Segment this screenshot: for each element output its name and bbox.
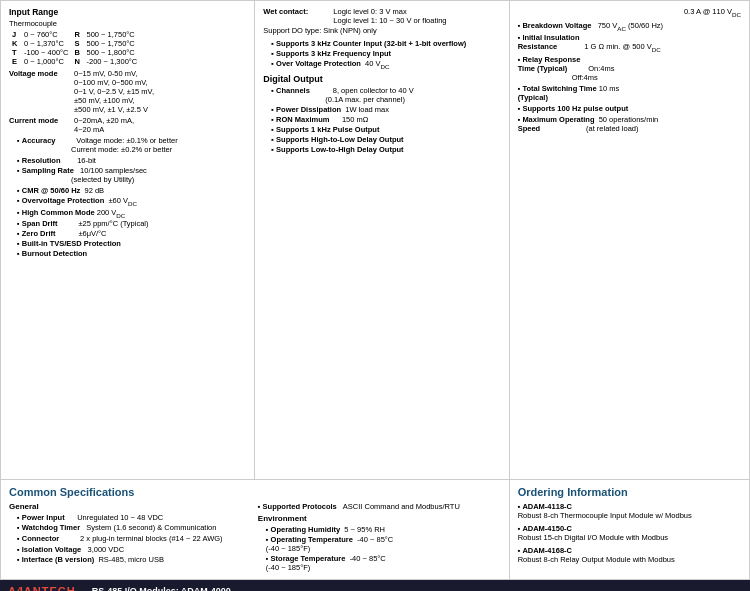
isolation-item: Isolation Voltage 3,000 VDC <box>17 545 252 554</box>
pulse-output-item: Supports 1 kHz Pulse Output <box>271 125 500 134</box>
input-range-title: Input Range <box>9 7 246 17</box>
breakdown-item: Breakdown Voltage 750 VAC (50/60 Hz) <box>518 21 741 32</box>
main-content: Input Range Thermocouple J0 ~ 760°C R500… <box>0 0 750 480</box>
tc-range-table: J0 ~ 760°C R500 ~ 1,750°C K0 ~ 1,370°C S… <box>9 30 140 66</box>
storage-temp-item: Storage Temperature -40 ~ 85°C(-40 ~ 185… <box>266 554 501 572</box>
accuracy-item: Accuracy Voltage mode: ±0.1% or better C… <box>17 136 246 154</box>
general-title: General <box>9 502 252 511</box>
current-mode-label: Current mode <box>9 116 74 134</box>
wet-contact-val: Logic level 0: 3 V maxLogic level 1: 10 … <box>333 7 446 25</box>
order-item-1: ADAM-4118-C Robust 8-ch Thermocouple Inp… <box>518 502 741 520</box>
total-switch-item: Total Switching Time 10 ms (Typical) <box>518 84 741 102</box>
support-do-label: Support DO type: Sink (NPN) only <box>263 26 500 35</box>
wet-contact-label: Wet contact: <box>263 7 333 25</box>
high-to-low-item: Supports High-to-Low Delay Output <box>271 135 500 144</box>
high-common-item: High Common Mode 200 VDC <box>17 208 246 219</box>
digital-output-title: Digital Output <box>263 74 500 84</box>
ordering-title: Ordering Information <box>518 486 741 498</box>
zero-drift-item: Zero Drift ±6μV/°C <box>17 229 246 238</box>
order-item-3: ADAM-4168-C Robust 8-ch Relay Output Mod… <box>518 546 741 564</box>
supported-proto-val: ASCII Command and Modbus/RTU <box>343 502 460 511</box>
ordering-section: Ordering Information ADAM-4118-C Robust … <box>510 480 749 579</box>
span-drift-item: Span Drift ±25 ppm/°C (Typical) <box>17 219 246 228</box>
builtin-tvs-item: Built-in TVS/ESD Protection <box>17 239 246 248</box>
footer-title: RS-485 I/O Modules: ADAM-4000 <box>92 586 231 591</box>
supported-proto-label: ▪ Supported Protocols <box>258 502 337 511</box>
sampling-rate-item: Sampling Rate 10/100 samples/sec (select… <box>17 166 246 184</box>
current-val: 0.3 A @ 110 VDC <box>518 7 741 18</box>
op-humidity-item: Operating Humidity 5 ~ 95% RH <box>266 525 501 534</box>
common-col-left: General Power Input Unregulated 10 ~ 48 … <box>9 502 252 573</box>
common-col-right: ▪ Supported Protocols ASCII Command and … <box>258 502 501 573</box>
cmr-item: CMR @ 50/60 Hz 92 dB <box>17 186 246 195</box>
footer-logo: A∕IANTECH <box>8 585 76 591</box>
footer-bar: A∕IANTECH RS-485 I/O Modules: ADAM-4000 <box>0 580 750 591</box>
thermocouple-label: Thermocouple <box>9 19 246 28</box>
connector-item: Connector 2 x plug-in terminal blocks (#… <box>17 534 252 543</box>
power-input-item: Power Input Unregulated 10 ~ 48 VDC <box>17 513 252 522</box>
burnout-item: Burnout Detection <box>17 249 246 258</box>
common-specs-title: Common Specifications <box>9 486 501 498</box>
low-to-high-item: Supports Low-to-High Delay Output <box>271 145 500 154</box>
environment-title: Environment <box>258 514 501 523</box>
left-column: Input Range Thermocouple J0 ~ 760°C R500… <box>1 1 255 479</box>
freq-input-item: Supports 3 kHz Frequency Input <box>271 49 500 58</box>
initial-ins-item: Initial InsulationResistance 1 G Ω min. … <box>518 33 741 53</box>
interface-item: Interface (B version) RS-485, micro USB <box>17 555 252 564</box>
supports-100hz-item: Supports 100 Hz pulse output <box>518 104 741 113</box>
power-dis-item: Power Dissipation 1W load max <box>271 105 500 114</box>
middle-column: Wet contact: Logic level 0: 3 V maxLogic… <box>255 1 509 479</box>
right-column: 0.3 A @ 110 VDC Breakdown Voltage 750 VA… <box>510 1 749 479</box>
order-item-2: ADAM-4150-C Robust 15-ch Digital I/O Mod… <box>518 524 741 542</box>
watchdog-item: Watchdog Timer System (1.6 second) & Com… <box>17 523 252 532</box>
wet-contact-block: Wet contact: Logic level 0: 3 V maxLogic… <box>263 7 500 35</box>
bottom-area: Common Specifications General Power Inpu… <box>0 480 750 580</box>
ron-item: RON Maximum 150 mΩ <box>271 115 500 124</box>
resolution-item: Resolution 16-bit <box>17 156 246 165</box>
counter-input-item: Supports 3 kHz Counter Input (32-bit + 1… <box>271 39 500 48</box>
overvoltage-item: Overvoltage Protection ±60 VDC <box>17 196 246 207</box>
current-mode-val: 0~20mA, ±20 mA,4~20 mA <box>74 116 246 134</box>
max-op-item: Maximum Operating 50 operations/min Spee… <box>518 115 741 133</box>
op-temp-item: Operating Temperature -40 ~ 85°C(-40 ~ 1… <box>266 535 501 553</box>
ovp-item: Over Voltage Protection 40 VDC <box>271 59 500 70</box>
voltage-mode-label: Voltage mode <box>9 69 74 114</box>
relay-resp-item: Relay ResponseTime (Typical) On:4ms Off:… <box>518 55 741 82</box>
common-specs-section: Common Specifications General Power Inpu… <box>1 480 510 579</box>
voltage-mode-val: 0~15 mV, 0-50 mV,0~100 mV, 0~500 mV,0~1 … <box>74 69 246 114</box>
channels-item: Channels 8, open collector to 40 V (0.1A… <box>271 86 500 104</box>
